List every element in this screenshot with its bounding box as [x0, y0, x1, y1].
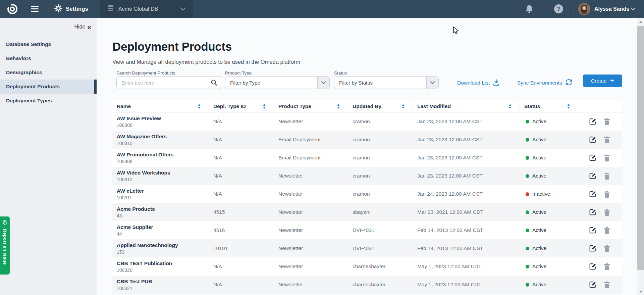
product-id: 100308 [117, 159, 209, 164]
scroll-up-arrow[interactable] [637, 19, 644, 25]
updated-by-cell: cramon [348, 155, 413, 161]
edit-icon[interactable] [589, 118, 596, 125]
status-dot [526, 283, 529, 287]
status-dot [526, 265, 529, 268]
sort-icon[interactable] [567, 104, 570, 109]
database-icon [107, 4, 114, 14]
column-header-name[interactable]: Name [112, 102, 209, 111]
sort-icon[interactable] [198, 104, 201, 109]
omeda-logo-icon[interactable] [5, 0, 19, 18]
download-list-button[interactable]: Download List [457, 78, 500, 88]
settings-nav[interactable]: Settings [54, 0, 88, 18]
create-button[interactable]: Create + [583, 75, 622, 87]
product-name-link[interactable]: Acme Products [117, 206, 209, 212]
sync-environments-button[interactable]: Sync Environments [517, 78, 573, 88]
edit-icon[interactable] [589, 227, 596, 234]
divider [574, 4, 574, 13]
vertical-scrollbar[interactable] [637, 18, 644, 295]
delete-icon[interactable] [604, 191, 610, 198]
delete-icon[interactable] [604, 173, 610, 180]
status-dot [526, 120, 529, 124]
notifications-bell-icon[interactable] [525, 0, 534, 18]
status-select[interactable]: Filter by Status [334, 76, 439, 89]
sidebar-item-deployment-types[interactable]: Deployment Types [0, 94, 97, 108]
delete-icon[interactable] [604, 227, 610, 234]
app-root: Settings Acme Global DB [0, 0, 644, 295]
updated-by-cell: cramon [348, 118, 413, 125]
product-name-link[interactable]: AW Promotional Offers [117, 152, 209, 158]
column-header-product-type[interactable]: Product Type [274, 102, 348, 111]
column-header-last-modified[interactable]: Last Modified [413, 102, 520, 111]
product-name-link[interactable]: Acme Supplier [117, 224, 209, 230]
delete-icon[interactable] [604, 118, 610, 125]
depl-type-id-cell: N/A [209, 118, 274, 125]
table-row[interactable]: CBB TEST Publication 100320 N/A Newslett… [112, 257, 622, 276]
product-name-link[interactable]: AW Video Workshops [117, 170, 209, 176]
sidebar-item-deployment-products[interactable]: Deployment Products [0, 80, 97, 94]
edit-icon[interactable] [589, 281, 596, 288]
help-icon[interactable]: ? [554, 0, 563, 18]
product-name-link[interactable]: AW Issue Preview [117, 115, 209, 121]
product-name-link[interactable]: AW eLetter [117, 188, 209, 194]
table-row[interactable]: AW Video Workshops 100312 N/A Newsletter… [112, 167, 622, 185]
sort-icon[interactable] [402, 104, 405, 109]
chevron-down-icon [180, 6, 186, 12]
user-name[interactable]: Alyssa Sands [594, 0, 629, 18]
sort-icon[interactable] [263, 104, 266, 109]
edit-icon[interactable] [589, 190, 596, 198]
report-issue-tab[interactable]: Report an Issue [0, 216, 10, 275]
sort-icon[interactable] [509, 104, 512, 109]
delete-icon[interactable] [604, 281, 610, 288]
last-modified-cell: Jan 23, 2023 12:00 AM CST [413, 155, 520, 161]
product-name-link[interactable]: Applied Nanotechnology [117, 242, 209, 248]
search-input[interactable] [117, 80, 207, 86]
status-dot [526, 229, 529, 232]
hide-sidebar-button[interactable]: Hide « [74, 23, 91, 30]
product-type-select[interactable]: Filter by Type [225, 76, 330, 89]
edit-icon[interactable] [589, 154, 596, 161]
table-row[interactable]: AW eLetter 100311 N/A Newsletter cramon … [112, 185, 622, 203]
user-menu-chevron-icon[interactable] [631, 0, 636, 18]
table-row[interactable]: CBB Test PUB 100321 N/A Newsletter cbarn… [112, 276, 622, 294]
sidebar-item-database-settings[interactable]: Database Settings [0, 37, 97, 51]
scroll-down-arrow[interactable] [637, 289, 644, 294]
edit-icon[interactable] [589, 245, 596, 252]
product-id: 100311 [117, 195, 209, 200]
product-type-cell: Email Deployment [274, 155, 348, 161]
search-field [116, 76, 221, 89]
delete-icon[interactable] [604, 245, 610, 252]
edit-icon[interactable] [589, 208, 596, 216]
product-name-link[interactable]: AW Magazine Offers [117, 134, 209, 140]
product-type-select-value: Filter by Type [225, 80, 317, 86]
search-icon[interactable] [207, 79, 221, 86]
edit-icon[interactable] [589, 263, 596, 270]
sidebar-item-behaviors[interactable]: Behaviors [0, 51, 97, 65]
column-header-depl-type-id[interactable]: Depl. Type ID [209, 102, 274, 111]
edit-icon[interactable] [589, 136, 596, 143]
updated-by-cell: cramon [348, 137, 413, 143]
column-header-status[interactable]: Status [520, 102, 578, 111]
scrollbar-thumb[interactable] [637, 26, 644, 270]
table-row[interactable]: AW Magazine Offers 100310 N/A Email Depl… [112, 131, 622, 149]
column-header-actions [578, 102, 622, 111]
delete-icon[interactable] [604, 263, 610, 270]
database-selector[interactable]: Acme Global DB [100, 0, 193, 18]
delete-icon[interactable] [604, 136, 610, 143]
delete-icon[interactable] [604, 154, 610, 161]
user-avatar[interactable] [578, 0, 590, 18]
product-name-link[interactable]: CBB Test PUB [117, 279, 209, 285]
table-row[interactable]: Applied Nanotechnology 153 10101 Newslet… [112, 239, 622, 257]
updated-by-cell: cbarnesbaxter [348, 282, 413, 288]
table-row[interactable]: Acme Supplier 44 4516 Newsletter DVI-403… [112, 221, 622, 239]
table-row[interactable]: AW Promotional Offers 100308 N/A Email D… [112, 149, 622, 167]
hide-label: Hide [74, 24, 85, 30]
sort-icon[interactable] [337, 104, 340, 109]
sidebar-item-demographics[interactable]: Demographics [0, 65, 97, 80]
edit-icon[interactable] [589, 172, 596, 180]
product-name-link[interactable]: CBB TEST Publication [117, 260, 209, 266]
delete-icon[interactable] [604, 209, 610, 216]
table-row[interactable]: AW Issue Preview 100306 N/A Newsletter c… [112, 112, 622, 131]
menu-hamburger-icon[interactable] [31, 0, 39, 18]
table-row[interactable]: Acme Products 43 4515 Newsletter sbayani… [112, 203, 622, 221]
column-header-updated-by[interactable]: Updated By [348, 102, 413, 111]
